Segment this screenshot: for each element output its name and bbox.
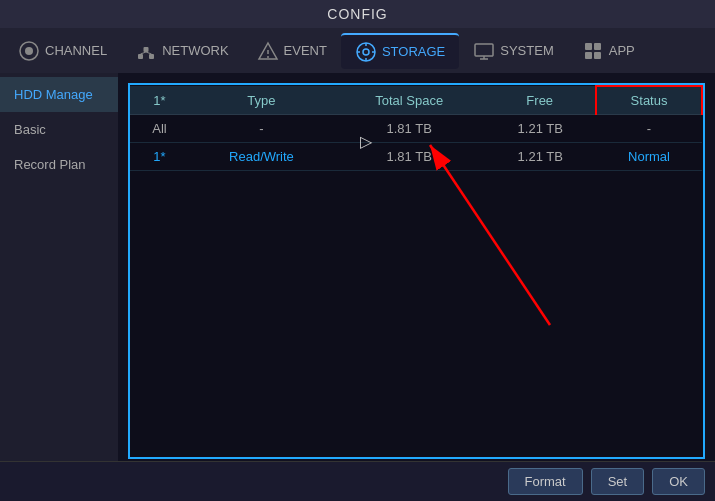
row1-id: All	[130, 115, 189, 143]
col-total-space: Total Space	[334, 86, 484, 115]
svg-rect-20	[594, 43, 601, 50]
svg-rect-16	[475, 44, 493, 56]
app-title: CONFIG	[327, 6, 387, 22]
svg-rect-22	[594, 52, 601, 59]
nav-system[interactable]: SYSTEM	[459, 34, 567, 68]
hdd-table-container: 1* Type Total Space Free Status All - 1.…	[128, 83, 705, 459]
event-icon	[257, 40, 279, 62]
sidebar-record-plan-label: Record Plan	[14, 157, 86, 172]
title-bar: CONFIG	[0, 0, 715, 28]
svg-line-6	[146, 52, 152, 54]
col-status: Status	[596, 86, 702, 115]
top-nav: CHANNEL NETWORK EVENT	[0, 28, 715, 73]
set-button[interactable]: Set	[591, 468, 645, 495]
row1-type: -	[189, 115, 334, 143]
nav-event-label: EVENT	[284, 43, 327, 58]
nav-storage[interactable]: STORAGE	[341, 33, 459, 69]
nav-network-label: NETWORK	[162, 43, 228, 58]
sidebar-hdd-manage-label: HDD Manage	[14, 87, 93, 102]
sidebar-basic-label: Basic	[14, 122, 46, 137]
svg-point-1	[25, 47, 33, 55]
svg-rect-21	[585, 52, 592, 59]
row1-total: 1.81 TB	[334, 115, 484, 143]
row2-free: 1.21 TB	[484, 143, 596, 171]
ok-button[interactable]: OK	[652, 468, 705, 495]
col-free: Free	[484, 86, 596, 115]
nav-channel[interactable]: CHANNEL	[4, 34, 121, 68]
sidebar-hdd-manage[interactable]: HDD Manage	[0, 77, 118, 112]
system-icon	[473, 40, 495, 62]
svg-point-11	[363, 49, 369, 55]
svg-line-24	[430, 145, 550, 325]
sidebar-record-plan[interactable]: Record Plan	[0, 147, 118, 182]
table-row[interactable]: 1* Read/Write 1.81 TB 1.21 TB Normal	[130, 143, 702, 171]
nav-app[interactable]: APP	[568, 34, 649, 68]
sidebar-basic[interactable]: Basic	[0, 112, 118, 147]
row1-free: 1.21 TB	[484, 115, 596, 143]
svg-rect-19	[585, 43, 592, 50]
channel-icon	[18, 40, 40, 62]
row2-type: Read/Write	[189, 143, 334, 171]
row2-id: 1*	[130, 143, 189, 171]
nav-event[interactable]: EVENT	[243, 34, 341, 68]
table-row[interactable]: All - 1.81 TB 1.21 TB -	[130, 115, 702, 143]
sidebar: HDD Manage Basic Record Plan	[0, 73, 118, 499]
svg-rect-3	[144, 47, 149, 52]
row1-status: -	[596, 115, 702, 143]
nav-channel-label: CHANNEL	[45, 43, 107, 58]
nav-storage-label: STORAGE	[382, 44, 445, 59]
format-button[interactable]: Format	[508, 468, 583, 495]
row2-total: 1.81 TB	[334, 143, 484, 171]
hdd-table: 1* Type Total Space Free Status All - 1.…	[130, 85, 703, 171]
svg-rect-2	[138, 54, 143, 59]
nav-app-label: APP	[609, 43, 635, 58]
col-type: Type	[189, 86, 334, 115]
content-panel: 1* Type Total Space Free Status All - 1.…	[118, 73, 715, 499]
nav-network[interactable]: NETWORK	[121, 34, 242, 68]
col-id: 1*	[130, 86, 189, 115]
nav-system-label: SYSTEM	[500, 43, 553, 58]
bottom-bar: Format Set OK	[0, 461, 715, 501]
storage-icon	[355, 41, 377, 63]
network-icon	[135, 40, 157, 62]
svg-rect-4	[149, 54, 154, 59]
svg-point-9	[267, 56, 269, 58]
row2-status: Normal	[596, 143, 702, 171]
main-area: HDD Manage Basic Record Plan 1* Type Tot…	[0, 73, 715, 499]
app-icon	[582, 40, 604, 62]
svg-line-5	[141, 52, 147, 54]
